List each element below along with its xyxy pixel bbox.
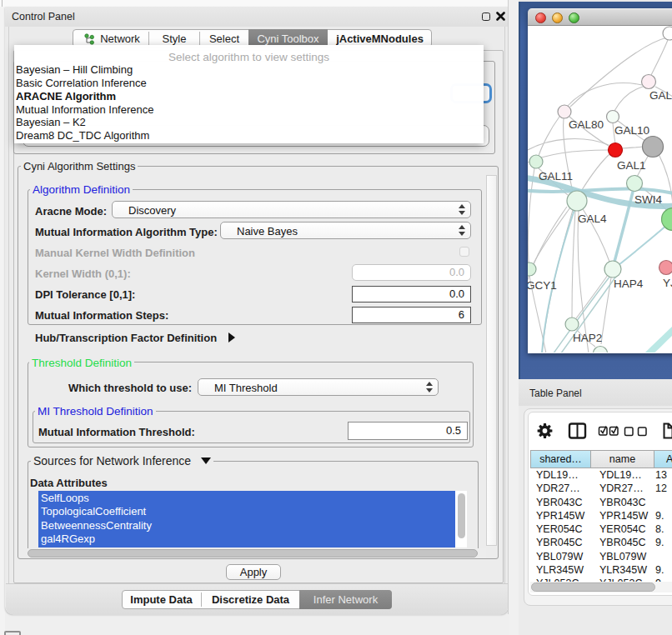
svg-text:GAL10: GAL10 — [614, 124, 649, 137]
svg-text:GAL80: GAL80 — [569, 118, 604, 131]
svg-text:GAL1: GAL1 — [617, 159, 646, 172]
svg-text:GCY1: GCY1 — [528, 279, 557, 292]
svg-text:SWI4: SWI4 — [634, 193, 662, 206]
svg-text:YJ: YJ — [663, 277, 672, 289]
svg-text:GAL7: GAL7 — [649, 89, 672, 102]
svg-text:GAL11: GAL11 — [539, 170, 573, 182]
svg-text:HAP2: HAP2 — [573, 332, 602, 344]
svg-text:HAP4: HAP4 — [614, 278, 644, 290]
svg-text:GAL4: GAL4 — [578, 212, 607, 225]
